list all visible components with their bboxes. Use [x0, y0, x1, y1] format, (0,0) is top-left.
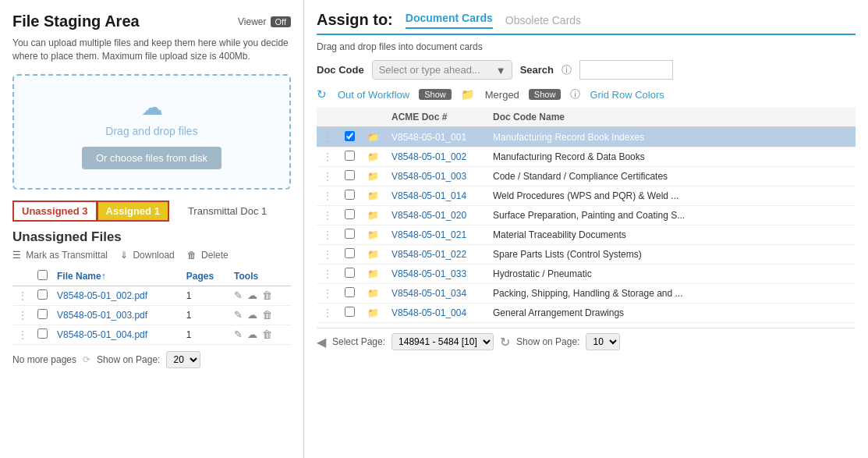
trash-icon: 🗑 [187, 250, 197, 261]
file-link[interactable]: V8548-05-01_002.pdf [57, 290, 147, 301]
doc-row-checkbox[interactable] [345, 268, 355, 278]
tab-transmittal[interactable]: Transmittal Doc 1 [177, 202, 278, 220]
doc-row-checkbox[interactable] [345, 248, 355, 258]
show-on-page-right-select[interactable]: 10 20 [586, 333, 620, 350]
doc-row-checkbox[interactable] [345, 151, 355, 161]
folder-icon: 📁 [461, 88, 474, 101]
no-more-pages: No more pages [12, 354, 76, 365]
doc-name-cell: Packing, Shipping, Handling & Storage an… [487, 284, 856, 304]
cloud-upload-icon[interactable]: ☁ [247, 328, 257, 340]
help-icon[interactable]: ⓘ [562, 63, 572, 77]
grid-help-icon[interactable]: ⓘ [570, 87, 580, 101]
scroll-left-icon[interactable]: ◀ [317, 335, 326, 350]
show-on-page-select[interactable]: 20 50 [166, 351, 200, 368]
tools-cell: ✎☁🗑 [229, 325, 291, 344]
doc-name-cell: Weld Procedures (WPS and PQR) & Weld ... [487, 186, 856, 206]
doc-row-checkbox[interactable] [345, 229, 355, 239]
table-row[interactable]: ⋮📁V8548-05-01_034Packing, Shipping, Hand… [317, 284, 856, 304]
doc-code-select[interactable]: Select or type ahead... [372, 60, 512, 80]
delete-icon[interactable]: 🗑 [262, 309, 272, 321]
acme-doc-number: V8548-05-01_022 [391, 249, 466, 260]
filter-row: Doc Code Select or type ahead... ▼ Searc… [317, 60, 856, 80]
doc-drag-handle: ⋮ [323, 132, 332, 143]
row-checkbox[interactable] [37, 289, 48, 300]
row-checkbox[interactable] [37, 309, 48, 319]
th-tools: Tools [229, 267, 291, 286]
acme-doc-cell: V8548-05-01_014 [385, 186, 487, 206]
pages-cell: 1 [182, 286, 229, 305]
doc-code-select-wrap: Select or type ahead... ▼ [372, 60, 512, 80]
assign-header: Assign to: Document Cards Obsolete Cards [317, 11, 856, 35]
edit-icon[interactable]: ✎ [234, 289, 243, 301]
upload-icon: ☁ [27, 94, 277, 120]
table-row[interactable]: ⋮📁V8548-05-01_002Manufacturing Record & … [317, 147, 856, 167]
acme-doc-cell: V8548-05-01_034 [385, 284, 487, 304]
doc-folder-icon: 📁 [367, 190, 379, 201]
doc-row-checkbox[interactable] [345, 209, 355, 219]
cloud-upload-icon[interactable]: ☁ [247, 309, 257, 321]
doc-folder-cell: 📁 [361, 225, 385, 245]
choose-files-button[interactable]: Or choose files from disk [82, 147, 221, 169]
left-header: File Staging Area Viewer Off [12, 12, 291, 30]
doc-code-name: Manufacturing Record Book Indexes [493, 132, 644, 143]
doc-code-name: Material Traceability Documents [493, 229, 626, 240]
flags-row: ↻ Out of Workflow Show 📁 Merged Show ⓘ G… [317, 87, 856, 101]
acme-doc-number: V8548-05-01_021 [391, 229, 466, 240]
doc-folder-cell: 📁 [361, 245, 385, 265]
doc-name-cell: General Arrangement Drawings [487, 304, 856, 323]
doc-row-checkbox[interactable] [345, 131, 355, 141]
table-row[interactable]: ⋮📁V8548-05-01_021Material Traceability D… [317, 225, 856, 245]
pagination-refresh-icon[interactable]: ↻ [500, 335, 510, 350]
file-link[interactable]: V8548-05-01_004.pdf [57, 329, 147, 340]
doc-name-cell: Manufacturing Record Book Indexes [487, 127, 856, 147]
doc-folder-icon: 📁 [367, 171, 379, 182]
doc-row-checkbox[interactable] [345, 307, 355, 317]
table-row[interactable]: ⋮📁V8548-05-01_004General Arrangement Dra… [317, 304, 856, 323]
tab-assigned[interactable]: Assigned 1 [97, 201, 169, 222]
doc-checkbox-cell [338, 225, 361, 245]
doc-name-cell: Hydrostatic / Pneumatic [487, 265, 856, 284]
doc-folder-icon: 📁 [367, 288, 379, 299]
doc-checkbox-cell [338, 167, 361, 186]
doc-row-checkbox[interactable] [345, 190, 355, 200]
delete-icon[interactable]: 🗑 [262, 289, 272, 301]
table-row[interactable]: ⋮📁V8548-05-01_014Weld Procedures (WPS an… [317, 186, 856, 206]
table-row[interactable]: ⋮📁V8548-05-01_003Code / Standard / Compl… [317, 167, 856, 186]
table-row[interactable]: ⋮📁V8548-05-01_020Surface Preparation, Pa… [317, 206, 856, 225]
drop-zone-text: Drag and drop files [27, 125, 277, 137]
delete-icon[interactable]: 🗑 [262, 328, 272, 340]
doc-code-label: Doc Code [317, 64, 364, 76]
tab-document-cards[interactable]: Document Cards [406, 12, 493, 29]
unassigned-title: Unassigned Files [12, 229, 291, 245]
drop-zone[interactable]: ☁ Drag and drop files Or choose files fr… [12, 74, 291, 190]
doc-row-checkbox[interactable] [345, 287, 355, 297]
mark-transmittal-button[interactable]: ☰ Mark as Transmittal [12, 250, 108, 261]
viewer-toggle[interactable]: Off [271, 16, 291, 27]
edit-icon[interactable]: ✎ [234, 328, 243, 340]
row-checkbox[interactable] [37, 328, 48, 339]
cloud-upload-icon[interactable]: ☁ [247, 289, 257, 301]
out-of-workflow-label: Out of Workflow [338, 89, 409, 101]
out-of-workflow-show-btn[interactable]: Show [419, 89, 452, 100]
select-page-select[interactable]: 148941 - 5484 [10] [391, 333, 494, 350]
doc-drag-cell: ⋮ [317, 186, 338, 206]
select-all-checkbox[interactable] [37, 270, 48, 280]
refresh-icon[interactable]: ↻ [317, 87, 327, 101]
file-toolbar: ☰ Mark as Transmittal ⇓ Download 🗑 Delet… [12, 250, 291, 261]
doc-folder-cell: 📁 [361, 284, 385, 304]
search-input[interactable] [579, 60, 673, 80]
file-link[interactable]: V8548-05-01_003.pdf [57, 310, 147, 321]
tab-obsolete-cards[interactable]: Obsolete Cards [505, 14, 581, 27]
table-row[interactable]: ⋮📁V8548-05-01_001Manufacturing Record Bo… [317, 127, 856, 147]
merged-show-btn[interactable]: Show [529, 89, 562, 100]
edit-icon[interactable]: ✎ [234, 309, 243, 321]
doc-row-checkbox[interactable] [345, 170, 355, 180]
delete-button[interactable]: 🗑 Delete [187, 250, 229, 261]
download-button[interactable]: ⇓ Download [120, 250, 175, 261]
table-row[interactable]: ⋮📁V8548-05-01_033Hydrostatic / Pneumatic [317, 265, 856, 284]
table-row[interactable]: ⋮📁V8548-05-01_022Spare Parts Lists (Cont… [317, 245, 856, 265]
tab-unassigned[interactable]: Unassigned 3 [12, 201, 97, 222]
doc-drag-handle: ⋮ [323, 307, 332, 318]
doc-folder-cell: 📁 [361, 265, 385, 284]
acme-doc-cell: V8548-05-01_002 [385, 147, 487, 167]
